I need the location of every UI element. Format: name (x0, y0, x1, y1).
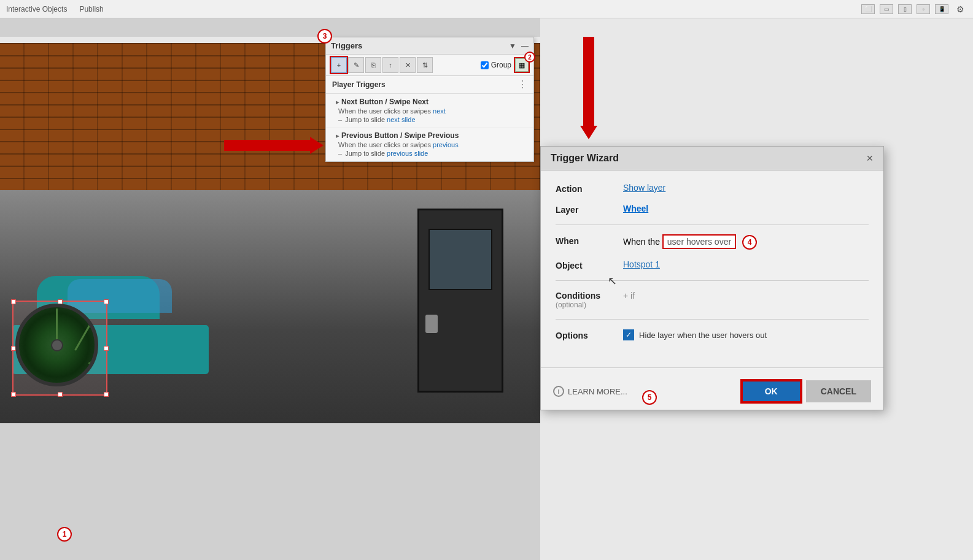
next-link[interactable]: next (433, 107, 446, 115)
arrow-head-right (310, 137, 324, 154)
player-triggers-header: Player Triggers ⋮ (326, 76, 533, 94)
layer-label: Layer (556, 204, 623, 215)
wizard-body: Action Show layer Layer Wheel When When … (541, 171, 883, 362)
add-trigger-button[interactable]: + (331, 57, 347, 73)
options-text: Hide layer when the user hovers out (639, 331, 767, 340)
arrow-head-down (580, 126, 597, 139)
annotation-3: 3 (317, 29, 332, 44)
arrow-body-horizontal (224, 140, 310, 151)
wizard-header: Trigger Wizard ✕ (541, 147, 883, 171)
when-text: When the (623, 237, 660, 247)
handle-bm[interactable] (58, 392, 63, 397)
triggers-dropdown-icon[interactable]: ▼ (509, 42, 516, 50)
next-slide-link[interactable]: next slide (387, 116, 415, 123)
layer-link[interactable]: Wheel (623, 204, 648, 213)
view-icons: ⬜ ▭ ▯ ▫ 📱 ⚙ (861, 2, 967, 16)
triggers-toolbar: + ✎ ⎘ ↑ ✕ ⇅ Group ▦ 2 (326, 55, 533, 76)
triggers-header-controls: ▼ — (509, 42, 529, 50)
player-triggers-title: Player Triggers (332, 80, 386, 89)
door (417, 209, 503, 393)
edit-icon: ✎ (354, 61, 359, 69)
trigger-prev-label: Previous Button / Swipe Previous (341, 131, 459, 140)
trigger-item-next: ▸ Next Button / Swipe Next When the user… (326, 94, 533, 128)
plus-if-value[interactable]: + if (623, 291, 635, 301)
footer-divider (541, 367, 883, 368)
when-label: When (556, 235, 623, 246)
prev-slide-link[interactable]: previous slide (387, 150, 428, 157)
object-label: Object (556, 259, 623, 270)
triggers-collapse-icon[interactable]: — (521, 42, 529, 50)
when-highlighted[interactable]: user hovers over (662, 234, 736, 249)
wizard-layer-row: Layer Wheel (556, 204, 869, 215)
annotation-2: 2 (524, 52, 535, 63)
trigger-next-label: Next Button / Swipe Next (341, 98, 428, 106)
annotation-5: 5 (642, 390, 657, 405)
wizard-footer: i LEARN MORE... OK CANCEL (541, 373, 883, 410)
copy-icon: ⎘ (371, 61, 376, 69)
group-checkbox[interactable] (481, 61, 489, 69)
options-value: ✓ Hide layer when the user hovers out (623, 329, 767, 340)
reorder-trigger-button[interactable]: ⇅ (417, 57, 433, 73)
cancel-button[interactable]: CANCEL (806, 380, 871, 402)
publish-button[interactable]: Publish (79, 5, 103, 13)
wheel-hub (51, 339, 63, 351)
divider-3 (556, 319, 869, 320)
ok-button[interactable]: OK (742, 380, 801, 402)
arrow-down-to-wizard (580, 37, 597, 139)
bullet-icon-2: ▸ (336, 132, 339, 139)
action-value: Show layer (623, 183, 869, 193)
triggers-panel: Triggers ▼ — 3 + ✎ ⎘ ↑ ✕ ⇅ Group (325, 37, 534, 162)
door-handle (425, 315, 438, 333)
handle-bl[interactable] (11, 392, 16, 397)
desktop-icon[interactable]: ⬜ (861, 4, 875, 14)
trigger-next-action: – Jump to slide next slide (336, 116, 527, 123)
delete-trigger-button[interactable]: ✕ (400, 57, 416, 73)
narrow-icon[interactable]: ▯ (898, 4, 912, 14)
wide-icon[interactable]: ▭ (880, 4, 893, 14)
handle-br[interactable] (104, 392, 109, 397)
handle-tl[interactable] (11, 299, 16, 304)
wizard-when-row: When When the user hovers over 4 (556, 235, 869, 250)
wizard-close-button[interactable]: ✕ (866, 153, 874, 163)
triggers-title: Triggers (331, 41, 362, 50)
prev-link[interactable]: previous (433, 141, 459, 148)
wizard-action-row: Action Show layer (556, 183, 869, 194)
small-icon[interactable]: ▫ (917, 4, 930, 14)
options-checkbox[interactable]: ✓ (623, 329, 634, 340)
wizard-options-row: Options ✓ Hide layer when the user hover… (556, 329, 869, 340)
wheel (15, 304, 98, 386)
reorder-icon: ⇅ (422, 61, 428, 69)
mobile-icon[interactable]: 📱 (935, 4, 948, 14)
conditions-label: Conditions (556, 291, 623, 301)
trigger-next-desc: When the user clicks or swipes next (336, 107, 527, 115)
action-label: Action (556, 183, 623, 194)
object-value: Hotspot 1 (623, 259, 869, 269)
wheel-container[interactable] (15, 304, 104, 393)
triggers-header: Triggers ▼ — (326, 37, 533, 55)
player-triggers-options[interactable]: ⋮ (518, 80, 527, 90)
conditions-label-area: Conditions (optional) (556, 291, 623, 309)
cursor-icon: ↖ (608, 274, 617, 288)
wizard-buttons: OK CANCEL (742, 380, 871, 402)
wizard-title: Trigger Wizard (551, 153, 619, 164)
car-body-area (0, 190, 540, 423)
move-up-button[interactable]: ↑ (382, 57, 398, 73)
handle-mr[interactable] (104, 346, 109, 351)
edit-trigger-button[interactable]: ✎ (348, 57, 364, 73)
learn-more-link[interactable]: i LEARN MORE... (553, 386, 627, 397)
wizard-object-row: Object Hotspot 1 (556, 259, 869, 270)
divider-2 (556, 280, 869, 281)
action-link[interactable]: Show layer (623, 183, 665, 193)
copy-trigger-button[interactable]: ⎘ (365, 57, 381, 73)
gear-icon[interactable]: ⚙ (953, 2, 967, 16)
options-label: Options (556, 329, 623, 340)
delete-icon: ✕ (405, 61, 411, 69)
handle-tr[interactable] (104, 299, 109, 304)
layer-value: Wheel (623, 204, 869, 213)
object-link[interactable]: Hotspot 1 (623, 259, 660, 269)
trigger-prev-desc: When the user clicks or swipes previous (336, 141, 527, 148)
arrow-body-vertical (583, 37, 594, 126)
annotation-4: 4 (742, 235, 757, 250)
panel-icon-button[interactable]: ▦ 2 (515, 58, 529, 72)
panel-icon: ▦ (519, 61, 525, 69)
